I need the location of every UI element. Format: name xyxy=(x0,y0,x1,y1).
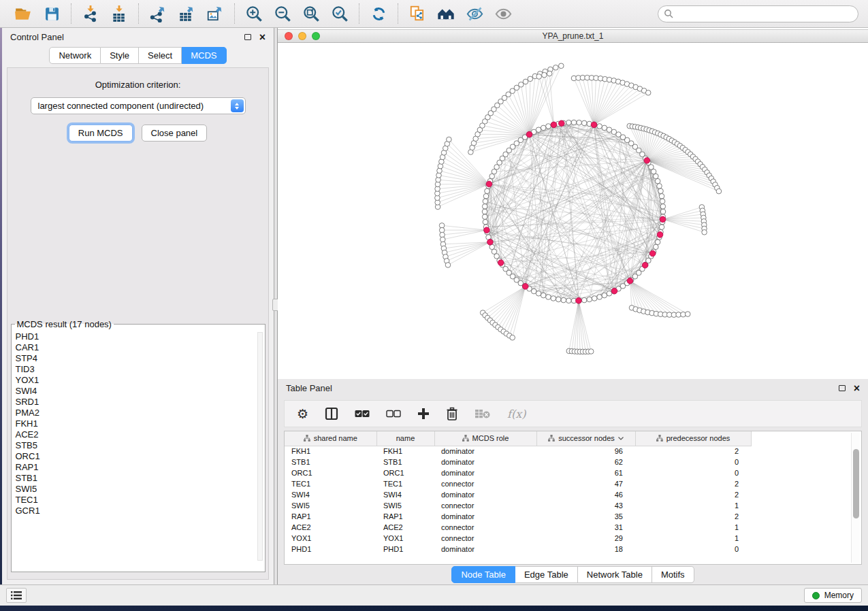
refresh-button[interactable] xyxy=(368,3,389,24)
list-item[interactable]: STB5 xyxy=(16,440,265,451)
tab-node-table[interactable]: Node Table xyxy=(451,566,515,583)
table-row[interactable]: SWI4SWI4dominator462 xyxy=(285,489,853,500)
run-mcds-button[interactable]: Run MCDS xyxy=(69,125,133,142)
memory-button[interactable]: Memory xyxy=(804,588,862,603)
list-item[interactable]: PHD1 xyxy=(16,331,265,342)
list-item[interactable]: STB1 xyxy=(16,473,265,484)
list-item[interactable]: FKH1 xyxy=(16,418,265,429)
table-row[interactable]: TEC1TEC1connector472 xyxy=(285,478,853,489)
scrollbar-thumb[interactable] xyxy=(853,449,859,518)
tab-mcds[interactable]: MCDS xyxy=(182,47,226,64)
column-type-icon xyxy=(462,435,469,442)
table-row[interactable]: YOX1YOX1connector291 xyxy=(285,533,853,544)
list-item[interactable]: TID3 xyxy=(16,364,265,375)
add-column-icon[interactable] xyxy=(417,408,430,420)
list-item[interactable]: GCR1 xyxy=(16,506,265,516)
show-columns-icon[interactable] xyxy=(325,407,338,420)
table-row[interactable]: RAP1RAP1dominator352 xyxy=(285,511,853,522)
table-panel-titlebar: Table Panel × xyxy=(278,379,868,397)
show-all-button[interactable] xyxy=(493,3,513,24)
mcds-result-title: MCDS result (17 nodes) xyxy=(15,319,114,329)
import-network-button[interactable] xyxy=(80,3,101,24)
table-tabs: Node Table Edge Table Network Table Moti… xyxy=(278,565,868,584)
sort-descending-icon xyxy=(618,437,624,440)
network-canvas[interactable] xyxy=(278,43,868,379)
zoom-out-button[interactable] xyxy=(272,3,293,24)
minimize-window-icon[interactable] xyxy=(298,32,306,40)
node-table[interactable]: shared name name MCDS role successor nod… xyxy=(285,431,853,555)
optimization-criterion-select[interactable]: largest connected component (undirected) xyxy=(31,97,246,114)
list-item[interactable]: YOX1 xyxy=(16,375,265,386)
column-header-name[interactable]: name xyxy=(376,431,434,446)
tab-network-table[interactable]: Network Table xyxy=(578,566,652,583)
tab-select[interactable]: Select xyxy=(139,47,182,64)
tab-motifs[interactable]: Motifs xyxy=(652,566,694,583)
float-panel-icon[interactable] xyxy=(839,385,846,391)
zoom-in-button[interactable] xyxy=(244,3,264,24)
select-all-icon[interactable] xyxy=(355,410,370,418)
mcds-result-list[interactable]: PHD1 CAR1 STP4 TID3 YOX1 SWI4 SRD1 PMA2 … xyxy=(12,329,265,561)
first-neighbors-button[interactable] xyxy=(436,3,456,24)
deselect-all-icon[interactable] xyxy=(386,410,401,418)
import-table-button[interactable] xyxy=(109,3,129,24)
list-item[interactable]: CAR1 xyxy=(16,342,265,353)
zoom-selected-button[interactable] xyxy=(329,3,350,24)
list-item[interactable]: SRD1 xyxy=(16,397,265,408)
delete-column-icon[interactable] xyxy=(446,407,458,420)
node-table-wrap: shared name name MCDS role successor nod… xyxy=(284,431,862,565)
hide-selected-button[interactable] xyxy=(464,3,485,24)
column-header-successor-nodes[interactable]: successor nodes xyxy=(536,431,635,446)
table-row[interactable]: ACE2ACE2connector311 xyxy=(285,522,853,533)
export-image-button[interactable] xyxy=(205,3,225,24)
optimization-criterion-label: Optimization criterion: xyxy=(95,80,181,90)
save-session-button[interactable] xyxy=(42,3,62,24)
float-panel-icon[interactable] xyxy=(244,34,251,40)
toolbar-group-export xyxy=(138,3,234,24)
duplicate-network-button[interactable] xyxy=(407,3,428,24)
tab-style[interactable]: Style xyxy=(101,47,139,64)
optimization-criterion-value: largest connected component (undirected) xyxy=(38,101,204,111)
table-row[interactable]: STB1STB1dominator620 xyxy=(285,457,853,467)
table-row[interactable]: ORC1ORC1dominator610 xyxy=(285,467,853,478)
open-file-button[interactable] xyxy=(13,3,33,24)
table-row[interactable]: FKH1FKH1dominator962 xyxy=(285,446,853,457)
close-panel-button[interactable]: Close panel xyxy=(142,125,208,142)
table-scrollbar[interactable] xyxy=(851,433,860,563)
refresh-icon xyxy=(370,5,388,23)
mcds-list-scrollbar[interactable] xyxy=(257,332,263,561)
list-item[interactable]: TEC1 xyxy=(16,495,265,506)
list-item[interactable]: PMA2 xyxy=(16,408,265,418)
network-graph[interactable] xyxy=(278,43,868,378)
open-folder-icon xyxy=(14,5,32,22)
table-row[interactable]: PHD1PHD1dominator180 xyxy=(285,544,853,555)
list-item[interactable]: SWI5 xyxy=(16,484,265,495)
column-header-predecessor-nodes[interactable]: predecessor nodes xyxy=(635,431,751,446)
table-panel-title: Table Panel xyxy=(286,383,332,393)
list-item[interactable]: SWI4 xyxy=(16,386,265,397)
column-header-mcds-role[interactable]: MCDS role xyxy=(434,431,536,446)
zoom-in-icon xyxy=(245,5,263,23)
list-item[interactable]: ORC1 xyxy=(16,451,265,462)
list-item[interactable]: ACE2 xyxy=(16,429,265,440)
tab-network[interactable]: Network xyxy=(49,47,101,64)
delete-table-icon xyxy=(475,408,491,419)
export-table-button[interactable] xyxy=(176,3,197,24)
close-panel-icon[interactable]: × xyxy=(854,385,860,392)
settings-gear-icon[interactable]: ⚙ xyxy=(297,408,308,420)
column-header-shared-name[interactable]: shared name xyxy=(285,431,376,446)
maximize-window-icon[interactable] xyxy=(312,32,320,40)
list-item[interactable]: STP4 xyxy=(16,353,265,364)
export-network-button[interactable] xyxy=(148,3,168,24)
search-input[interactable] xyxy=(658,5,858,22)
status-bar: Memory xyxy=(0,584,868,606)
tab-edge-table[interactable]: Edge Table xyxy=(515,566,578,583)
table-row[interactable]: SWI5SWI5connector431 xyxy=(285,500,853,511)
mcds-panel-content: Optimization criterion: largest connecte… xyxy=(7,67,269,580)
close-window-icon[interactable] xyxy=(285,32,293,40)
zoom-fit-button[interactable] xyxy=(301,3,321,24)
task-history-button[interactable] xyxy=(6,588,27,603)
column-header-filler xyxy=(751,431,853,446)
column-type-icon xyxy=(656,435,663,442)
close-panel-icon[interactable]: × xyxy=(259,34,266,41)
list-item[interactable]: RAP1 xyxy=(16,462,265,473)
